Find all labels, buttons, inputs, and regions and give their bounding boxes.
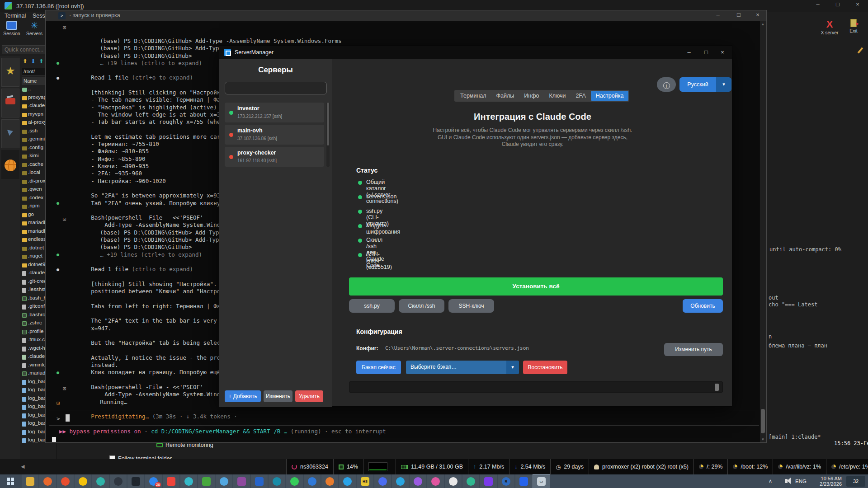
taskbar-app-icon[interactable] [374,474,391,488]
status-ok-dot [358,195,362,199]
section-tab[interactable]: Ключи [544,91,571,101]
taskbar-app-icon[interactable] [198,474,215,488]
taskbar-app-icon[interactable] [480,474,497,488]
scrollbar-thumb[interactable] [327,103,329,145]
taskbar-app-icon[interactable] [286,474,303,488]
install-sshkey-button[interactable]: SSH-ключ [448,299,494,313]
sidebar-tab-sessions[interactable] [1,119,19,148]
scrollbar-thumb[interactable] [761,409,765,433]
taskbar-app-icon[interactable] [410,474,426,488]
volume-icon[interactable] [785,479,788,483]
info-button[interactable]: i [657,77,676,92]
taskbar-app-icon[interactable] [392,474,409,488]
taskbar-app-icon[interactable]: 26 [145,474,162,488]
change-path-button[interactable]: Изменить путь [664,343,723,356]
taskbar-app-icon[interactable]: HS [357,474,373,488]
taskbar-app-icon[interactable] [57,474,74,488]
install-skill-button[interactable]: Скилл /ssh [399,299,444,313]
taskbar-app-icon[interactable] [321,474,338,488]
minimize-button[interactable]: – [811,1,825,8]
mobaxterm-logo-icon [5,2,12,9]
sidebar-tab-favorites[interactable]: ★ [1,58,19,87]
taskbar-app-icon[interactable] [110,474,127,488]
scroll-up-icon[interactable]: ▲ [760,22,766,26]
taskbar-app-icon[interactable] [251,474,268,488]
taskbar-app-icon[interactable]: ▭ [533,474,550,488]
section-tab[interactable]: 2FA [571,91,591,101]
monitor-icon [156,443,163,447]
menu-terminal[interactable]: Terminal [5,13,26,19]
terminal-minimize-button[interactable]: – [711,11,725,18]
maximize-button[interactable]: □ [831,1,844,8]
section-tab[interactable]: Инфо [519,91,544,101]
taskbar-app-icon[interactable] [462,474,479,488]
refresh-button[interactable]: Обновить [683,299,723,313]
servermanager-title-bar[interactable]: ServerManager – □ × [219,46,732,59]
terminal-scrollbar[interactable]: ▲ ▼ [760,21,766,442]
server-card[interactable]: investor 173.212.212.157 [ssh] [225,103,324,122]
delete-server-button[interactable]: Удалить [295,390,323,402]
section-tab[interactable]: Настройка [591,91,629,101]
server-search-input[interactable] [225,82,327,94]
backup-now-button[interactable]: Бэкап сейчас [356,361,401,374]
start-button[interactable] [0,474,21,488]
restore-button[interactable]: Восстановить [523,361,567,374]
taskbar-app-icon[interactable] [233,474,250,488]
file-icon [22,405,26,410]
section-tab[interactable]: Терминал [455,91,491,101]
terminal-fragment: until auto-compact: 0% [769,246,841,253]
taskbar-app-icon[interactable]: >_ [127,474,144,488]
taskbar-app-icon[interactable] [180,474,197,488]
taskbar-app-icon[interactable] [304,474,321,488]
taskbar-app-icon[interactable] [75,474,91,488]
install-sshpy-button[interactable]: ssh.py [349,299,395,313]
terminal-title-bar[interactable]: ≥ · запуск и проверка – □ × [46,10,766,21]
tray-expand-icon[interactable]: ∧ [769,478,772,484]
upload-icon[interactable]: ⬆ [39,58,44,65]
folder-up-icon[interactable]: ⬆ [23,58,28,65]
servers-tool-button[interactable]: ✳ Servers [24,21,45,36]
session-tool-button[interactable]: Session [1,21,23,36]
servermanager-main-panel: i Русский ▾ ТерминалФайлыИнфоКлючи2FAНас… [332,59,733,407]
taskbar-app-icon[interactable] [163,474,179,488]
terminal-close-button[interactable]: × [751,11,764,18]
server-card[interactable]: proxy-checker 161.97.118.40 [ssh] [225,147,324,167]
x-server-button[interactable]: X X server [819,19,840,35]
collapse-arrow-icon[interactable]: ◀ [21,464,24,469]
terminal-maximize-button[interactable]: □ [732,11,745,18]
scrollbar-thumb[interactable] [715,384,719,391]
taskbar-app-icon[interactable] [445,474,462,488]
clock[interactable]: 10:56 AM 2/23/2026 [820,476,842,487]
sm-minimize-button[interactable]: – [683,49,695,56]
taskbar-app-icon[interactable]: R [498,474,514,488]
taskbar-app-icon[interactable] [92,474,109,488]
remote-monitoring-toggle[interactable]: Remote monitoring [156,442,213,448]
server-list-scrollbar[interactable] [326,103,330,167]
taskbar-app-icon[interactable] [269,474,285,488]
sm-close-button[interactable]: × [717,49,728,56]
taskbar-app-icon[interactable] [339,474,356,488]
notification-count[interactable]: 32 [846,476,865,487]
add-server-button[interactable]: + Добавить [225,390,261,402]
pencil-icon[interactable] [858,47,863,53]
close-button[interactable]: × [851,1,864,8]
sidebar-tab-tools[interactable] [1,89,19,117]
section-tab[interactable]: Файлы [491,91,519,101]
taskbar-app-icon[interactable] [427,474,444,488]
taskbar-app-icon[interactable] [22,474,38,488]
taskbar-app-icon[interactable] [216,474,232,488]
install-all-button[interactable]: Установить всё [349,277,723,296]
sm-maximize-button[interactable]: □ [700,49,712,56]
taskbar-app-icon[interactable] [39,474,56,488]
backup-select[interactable]: Выберите бэкап… ▾ [406,361,519,374]
sidebar-tab-sftp[interactable] [1,150,19,179]
exit-button[interactable]: Exit [844,19,863,33]
taskbar-app-icon[interactable] [515,474,532,488]
scroll-down-icon[interactable]: ▼ [760,437,766,441]
server-name: investor [237,105,259,112]
download-icon[interactable]: ⬇ [31,58,36,65]
language-dropdown[interactable]: Русский ▾ [679,77,731,92]
server-card[interactable]: main-ovh 37.187.136.86 [ssh] [225,125,324,145]
language-indicator[interactable]: ENG [795,479,807,484]
edit-server-button[interactable]: Изменить [264,390,292,402]
